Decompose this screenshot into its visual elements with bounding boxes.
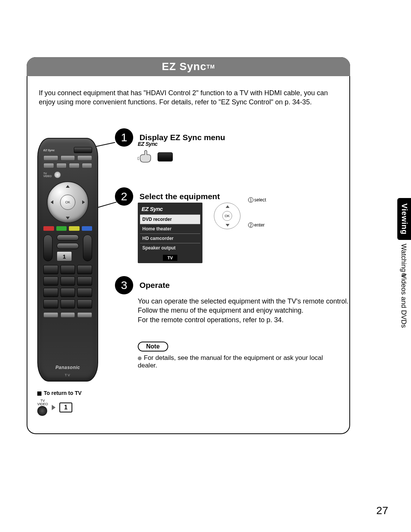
page-title-text: EZ Sync xyxy=(162,61,206,73)
ezsync-menu-item-selected: DVD recorder xyxy=(140,214,200,224)
note-label: Note xyxy=(138,342,168,351)
remote-soft-button xyxy=(82,163,92,168)
arrow-down-icon xyxy=(226,224,229,227)
number-1-key: 1 xyxy=(59,403,72,412)
remote-keypad xyxy=(77,276,92,286)
step-3-line: Follow the menu of the equipment and enj… xyxy=(138,306,349,315)
remote-soft-button xyxy=(56,163,67,168)
trademark: TM xyxy=(207,64,215,70)
remote-channel-rocker xyxy=(83,235,92,261)
remote-soft-button xyxy=(61,155,75,161)
bullet-icon xyxy=(138,356,142,360)
remote-keypad xyxy=(61,276,75,286)
arrow-up-icon xyxy=(66,185,70,188)
remote-keypad xyxy=(77,265,92,274)
ezsync-menu-item: Speaker output xyxy=(140,243,200,252)
arrow-left-icon xyxy=(51,200,53,204)
intro-text: If you connect equipment that has "HDAVI… xyxy=(39,88,338,107)
dpad-label-select: 1select xyxy=(248,197,266,203)
remote-brand: Panasonic xyxy=(56,365,80,370)
remote-keypad xyxy=(43,288,58,297)
remote-soft-button xyxy=(77,155,92,161)
step-3-line: For the remote control operations, refer… xyxy=(138,315,349,324)
section-tab-label: Viewing xyxy=(400,203,409,235)
remote-pill-button xyxy=(57,235,79,241)
step-1-number: 1 xyxy=(115,128,133,147)
step-2-title: Select the equipment xyxy=(139,192,220,201)
remote-keypad xyxy=(77,299,92,308)
remote-keypad xyxy=(61,265,75,274)
remote-keypad xyxy=(43,265,58,274)
ezsync-menu-item: HD camcorder xyxy=(140,233,200,243)
page-title: EZ SyncTM xyxy=(27,57,350,76)
remote-ok-button: OK xyxy=(60,195,75,210)
ezsync-menu-bottom: TV xyxy=(163,255,177,261)
ezsync-menu-header: EZ Sync xyxy=(140,205,200,214)
return-video-label: VIDEO xyxy=(37,403,48,406)
page-frame: EZ SyncTM If you connect equipment that … xyxy=(27,57,350,434)
remote-bottom-button xyxy=(77,312,92,318)
step-3-title: Operate xyxy=(139,281,169,289)
remote-keypad xyxy=(43,276,58,286)
arrow-right-icon xyxy=(52,405,56,410)
remote-keypad xyxy=(77,288,92,297)
remote-control-illustration: EZ Sync TV VIDEO OK xyxy=(37,138,98,382)
page-number: 27 xyxy=(376,505,388,517)
section-breadcrumb-text: Watching Videos and DVDs xyxy=(400,244,408,328)
step-3-line: You can operate the selected equipment w… xyxy=(138,297,349,306)
remote-soft-button xyxy=(43,163,54,168)
callout-line-step2 xyxy=(97,202,116,208)
section-breadcrumb: Watching Videos and DVDs xyxy=(398,244,409,369)
ezsync-menu: EZ Sync DVD recorder Home theater HD cam… xyxy=(138,203,202,263)
square-bullet-icon xyxy=(37,391,41,396)
remote-ezsync-button xyxy=(74,147,92,153)
remote-number-1: 1 xyxy=(57,251,72,261)
remote-soft-button xyxy=(69,163,80,168)
arrow-up-icon xyxy=(226,205,229,208)
remote-ezsync-logo: EZ Sync xyxy=(43,149,54,152)
step-3: 3 Operate You can operate the selected e… xyxy=(115,276,349,324)
remote-soft-button xyxy=(43,155,58,161)
remote-bottom-button xyxy=(43,312,58,318)
hand-pointing-icon xyxy=(138,149,155,165)
remote-brand-sub: TV xyxy=(65,373,71,377)
remote-keypad xyxy=(61,299,75,308)
circled-1-icon: 1 xyxy=(248,197,253,203)
remote-color-green xyxy=(56,226,67,231)
ezsync-menu-item: Home theater xyxy=(140,224,200,233)
step-1-press-icon: EZ Sync xyxy=(138,141,173,165)
note-text: For details, see the manual for the equi… xyxy=(138,354,338,369)
arrow-right-icon xyxy=(82,200,85,204)
dpad-label-enter: 2enter xyxy=(248,222,264,228)
dpad-diagram: 1select OK 2enter xyxy=(214,199,290,229)
remote-color-red xyxy=(43,226,54,231)
remote-keypad xyxy=(43,299,58,308)
remote-tvvideo-label-bot: VIDEO xyxy=(43,175,52,177)
tvvideo-button-icon xyxy=(37,406,47,416)
remote-dpad: OK xyxy=(47,181,89,223)
remote-color-blue xyxy=(82,226,92,231)
section-tab: Viewing xyxy=(397,198,411,240)
remote-color-yellow xyxy=(69,226,80,231)
remote-tvvideo-button xyxy=(54,171,61,178)
remote-tvvideo-label-top: TV xyxy=(43,172,52,175)
remote-volume-rocker xyxy=(43,235,53,261)
arrow-down-icon xyxy=(66,217,70,219)
step-3-body: You can operate the selected equipment w… xyxy=(138,297,349,324)
return-to-tv: To return to TV TV VIDEO 1 xyxy=(37,390,81,416)
circled-2-icon: 2 xyxy=(248,222,253,228)
ezsync-logo-small: EZ Sync xyxy=(138,141,173,147)
step-2-number: 2 xyxy=(115,187,133,206)
remote-pill-button xyxy=(57,243,79,249)
ok-button-icon: OK xyxy=(222,211,232,221)
remote-keypad xyxy=(61,288,75,297)
step-3-number: 3 xyxy=(115,276,133,294)
ezsync-button-icon xyxy=(158,152,173,161)
step-1-title: Display EZ Sync menu xyxy=(139,133,225,142)
return-heading: To return to TV xyxy=(44,390,81,396)
remote-bottom-button xyxy=(61,312,75,318)
